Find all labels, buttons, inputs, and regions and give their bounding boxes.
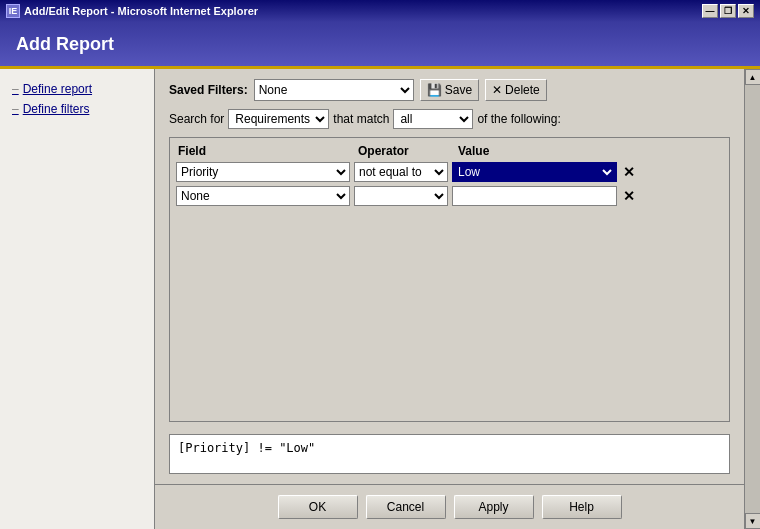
scroll-down-button[interactable]: ▼ (745, 513, 761, 529)
delete-icon: ✕ (492, 83, 502, 97)
title-controls[interactable]: — ❐ ✕ (702, 4, 754, 18)
search-for-select[interactable]: Requirements (228, 109, 329, 129)
of-following-label: of the following: (477, 112, 560, 126)
expression-box: [Priority] != "Low" (169, 434, 730, 474)
delete-button[interactable]: ✕ Delete (485, 79, 547, 101)
search-for-label: Search for (169, 112, 224, 126)
page-title: Add Report (16, 34, 114, 55)
bottom-bar: OK Cancel Apply Help (155, 484, 744, 529)
expression-text: [Priority] != "Low" (178, 441, 315, 455)
cancel-button[interactable]: Cancel (366, 495, 446, 519)
window-title: Add/Edit Report - Microsoft Internet Exp… (24, 5, 258, 17)
saved-filters-select[interactable]: None (254, 79, 414, 101)
save-icon: 💾 (427, 83, 442, 97)
delete-label: Delete (505, 83, 540, 97)
field-select-2[interactable]: None Priority (176, 186, 350, 206)
page-header: Add Report (0, 22, 760, 66)
filter-header: Field Operator Value (176, 144, 723, 158)
scroll-track (745, 85, 761, 513)
ok-button[interactable]: OK (278, 495, 358, 519)
header-operator: Operator (358, 144, 458, 158)
help-button[interactable]: Help (542, 495, 622, 519)
saved-filters-label: Saved Filters: (169, 83, 248, 97)
toolbar-row: Saved Filters: None 💾 Save ✕ Delete (169, 79, 730, 101)
close-button[interactable]: ✕ (738, 4, 754, 18)
save-label: Save (445, 83, 472, 97)
remove-row-1-button[interactable]: ✕ (621, 164, 637, 180)
value-select-1[interactable]: Low Medium High (452, 162, 617, 182)
filter-container: Field Operator Value Priority None not e… (169, 137, 730, 422)
filter-row-2: None Priority ✕ (176, 186, 723, 206)
scroll-up-button[interactable]: ▲ (745, 69, 761, 85)
header-value: Value (458, 144, 489, 158)
content-area: Saved Filters: None 💾 Save ✕ Delete Sear… (155, 69, 744, 484)
scrollbar[interactable]: ▲ ▼ (744, 69, 760, 529)
operator-select-1[interactable]: not equal to equal to contains (354, 162, 448, 182)
main-area: Define report Define filters Saved Filte… (0, 69, 760, 529)
restore-button[interactable]: ❐ (720, 4, 736, 18)
operator-select-2[interactable] (354, 186, 448, 206)
sidebar-item-define-filters[interactable]: Define filters (8, 99, 146, 119)
sidebar: Define report Define filters (0, 69, 155, 529)
field-select-1[interactable]: Priority None (176, 162, 350, 182)
apply-button[interactable]: Apply (454, 495, 534, 519)
inner-main: Saved Filters: None 💾 Save ✕ Delete Sear… (155, 69, 744, 529)
minimize-button[interactable]: — (702, 4, 718, 18)
search-row: Search for Requirements that match all a… (169, 109, 730, 129)
title-bar-left: IE Add/Edit Report - Microsoft Internet … (6, 4, 258, 18)
title-bar: IE Add/Edit Report - Microsoft Internet … (0, 0, 760, 22)
save-button[interactable]: 💾 Save (420, 79, 479, 101)
app-icon: IE (6, 4, 20, 18)
that-match-label: that match (333, 112, 389, 126)
value-input-2[interactable] (452, 186, 617, 206)
remove-row-2-button[interactable]: ✕ (621, 188, 637, 204)
sidebar-item-define-report[interactable]: Define report (8, 79, 146, 99)
filter-row-1: Priority None not equal to equal to cont… (176, 162, 723, 182)
header-field: Field (178, 144, 358, 158)
match-select[interactable]: all any (393, 109, 473, 129)
